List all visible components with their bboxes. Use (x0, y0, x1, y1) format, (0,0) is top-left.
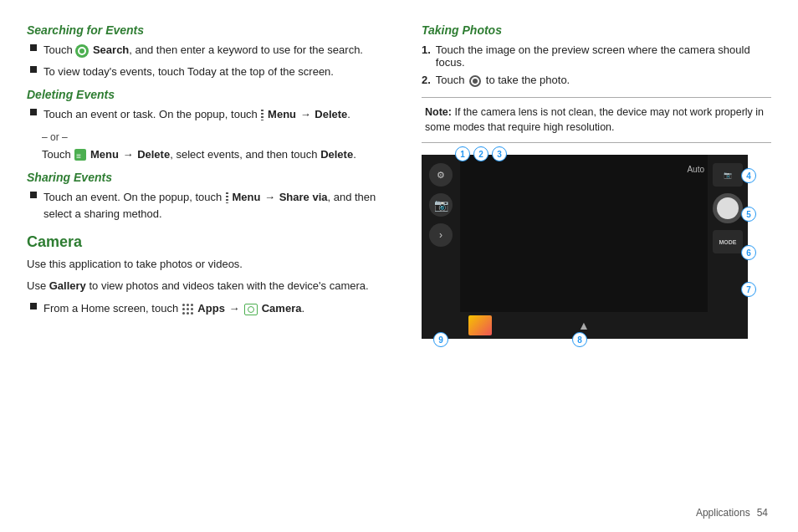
note-label: Note: (425, 106, 452, 118)
camera-left-panel: ⚙ 📷 › (422, 155, 460, 339)
shutter-up-icon[interactable]: ▲ (578, 319, 590, 332)
footer-page: 54 (757, 507, 768, 519)
callout-1: 1 (455, 146, 470, 161)
camera-app-icon (244, 304, 258, 315)
camera-desc2: Use Gallery to view photos and videos ta… (27, 278, 395, 294)
camera-desc1: Use this application to take photos or v… (27, 256, 395, 273)
bullet-icon (30, 44, 37, 51)
callout-9: 9 (433, 332, 448, 347)
page-footer: Applications 54 (696, 507, 768, 519)
footer-label: Applications (696, 507, 750, 519)
callout-7: 7 (741, 282, 756, 297)
capture-shutter[interactable] (713, 193, 743, 223)
photo-video-toggle[interactable]: 📷 (713, 163, 743, 187)
step-number-1: 1. (422, 43, 431, 56)
deleting-bullet-1: Touch an event or task. On the popup, to… (43, 106, 395, 123)
callout-5: 5 (741, 207, 756, 222)
camera-bullet: From a Home screen, touch Apps → Camera. (43, 300, 395, 317)
search-icon (75, 44, 89, 58)
mode-button[interactable]: MODE (713, 230, 743, 253)
callout-4: 4 (741, 168, 756, 183)
deleting-alt: Touch Menu → Delete, select events, and … (42, 146, 395, 163)
camera-preview: ⚙ 📷 › Auto 📷 MODE (422, 155, 748, 339)
step-1-text: Touch the image on the preview screen wh… (436, 43, 771, 69)
camera-right-panel: 📷 MODE (708, 155, 748, 339)
sharing-title: Sharing Events (27, 171, 395, 184)
camera-section-title: Camera (27, 233, 395, 251)
settings-icon[interactable]: ⚙ (429, 163, 453, 187)
searching-title: Searching for Events (27, 23, 395, 37)
searching-bullets: Touch Search, and then enter a keyword t… (27, 42, 395, 79)
auto-label: Auto (687, 165, 704, 174)
deleting-title: Deleting Events (27, 88, 395, 101)
bullet-icon (30, 303, 37, 309)
callout-8: 8 (572, 332, 587, 347)
callout-6: 6 (741, 245, 756, 260)
taking-photos-steps: 1. Touch the image on the preview screen… (422, 43, 771, 87)
bullet-icon (30, 109, 37, 115)
step-number-2: 2. (422, 74, 431, 86)
apps-grid-icon (182, 304, 194, 315)
deleting-bullets: Touch an event or task. On the popup, to… (27, 106, 395, 123)
taking-photos-title: Taking Photos (422, 23, 771, 37)
menu-dots-icon (226, 192, 228, 203)
menu-dots-icon (261, 110, 263, 120)
callout-2: 2 (473, 146, 489, 161)
searching-bullet-2: To view today's events, touch Today at t… (43, 64, 395, 80)
sharing-bullet-1: Touch an event. On the popup, touch Menu… (43, 189, 395, 222)
menu-icon (74, 149, 86, 161)
right-column: Taking Photos 1. Touch the image on the … (422, 23, 771, 515)
note-box: Note: If the camera lens is not clean, t… (422, 97, 771, 144)
arrow-right-icon[interactable]: › (429, 223, 453, 247)
step-2-text: Touch to take the photo. (436, 74, 570, 87)
capture-icon (469, 75, 481, 87)
camera-ui-container: ⚙ 📷 › Auto 📷 MODE (422, 155, 748, 339)
sharing-bullets: Touch an event. On the popup, touch Menu… (27, 189, 395, 222)
searching-bullet-1: Touch Search, and then enter a keyword t… (43, 42, 395, 59)
gallery-thumbnail[interactable] (468, 315, 492, 335)
note-text: If the camera lens is not clean, the dev… (425, 106, 764, 134)
bullet-icon (30, 66, 37, 73)
bullet-icon (30, 192, 37, 198)
or-separator: – or – (42, 131, 395, 143)
callout-3: 3 (492, 146, 507, 161)
camera-bullets: From a Home screen, touch Apps → Camera. (27, 300, 395, 317)
camera-switch-icon[interactable]: 📷 (429, 193, 453, 217)
left-column: Searching for Events Touch Search, and t… (27, 23, 395, 515)
